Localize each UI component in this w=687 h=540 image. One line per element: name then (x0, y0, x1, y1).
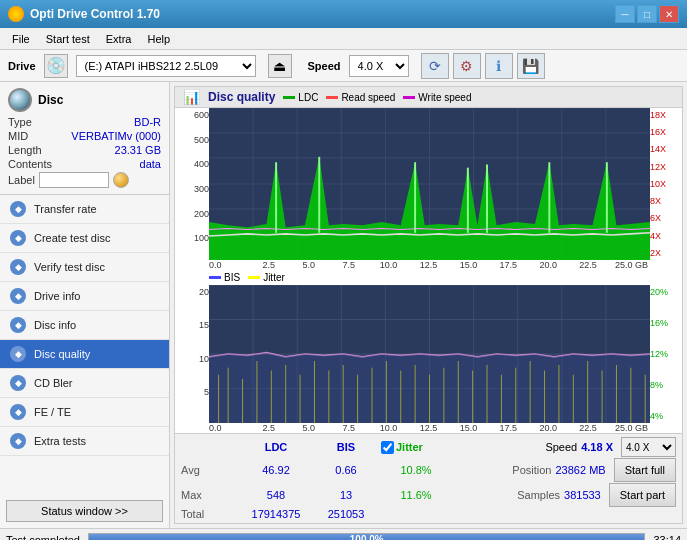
verify-test-disc-icon: ◆ (10, 259, 26, 275)
fe-te-icon: ◆ (10, 404, 26, 420)
nav-verify-test-disc[interactable]: ◆ Verify test disc (0, 253, 169, 282)
nav-extra-tests[interactable]: ◆ Extra tests (0, 427, 169, 456)
drive-bar: Drive 💿 (E:) ATAPI iHBS212 2.5L09 ⏏ Spee… (0, 50, 687, 82)
write-speed-legend-color (403, 96, 415, 99)
drive-eject-icon[interactable]: ⏏ (268, 54, 292, 78)
disc-label-label: Label (8, 174, 35, 186)
position-label: Position (512, 464, 551, 476)
disc-section-label: Disc (38, 93, 63, 107)
right-panel: 📊 Disc quality LDC Read speed Write spee… (170, 82, 687, 528)
status-bar: Test completed 100.0% 33:14 (0, 528, 687, 540)
app-icon (8, 6, 24, 22)
drive-info-icon: ◆ (10, 288, 26, 304)
progress-text: 100.0% (89, 534, 644, 541)
disc-type-label: Type (8, 116, 32, 128)
nav-fe-te[interactable]: ◆ FE / TE (0, 398, 169, 427)
settings-icon[interactable]: ⚙ (453, 53, 481, 79)
menu-file[interactable]: File (4, 31, 38, 47)
col-bis-header: BIS (311, 441, 381, 453)
jitter-checkbox-row: Jitter (381, 441, 423, 454)
bottom-chart-area: 20 15 10 5 (177, 285, 680, 423)
drive-disc-icon: 💿 (44, 54, 68, 78)
ldc-legend-color (283, 96, 295, 99)
disc-length-value: 23.31 GB (115, 144, 161, 156)
y-axis-right-top: 18X 16X 14X 12X 10X 8X 6X 4X 2X (650, 108, 680, 260)
avg-bis: 0.66 (311, 464, 381, 476)
disc-info-panel: Disc Type BD-R MID VERBATIMv (000) Lengt… (0, 82, 169, 195)
minimize-button[interactable]: ─ (615, 5, 635, 23)
label-icon[interactable] (113, 172, 129, 188)
nav-disc-quality[interactable]: ◆ Disc quality (0, 340, 169, 369)
start-full-button[interactable]: Start full (614, 458, 676, 482)
window-controls: ─ □ ✕ (615, 5, 679, 23)
disc-icon (8, 88, 32, 112)
jitter-label: Jitter (396, 441, 423, 453)
main-content: Disc Type BD-R MID VERBATIMv (000) Lengt… (0, 82, 687, 528)
info-icon[interactable]: ℹ (485, 53, 513, 79)
bottom-chart-legend: BIS Jitter (177, 270, 680, 285)
nav-drive-info[interactable]: ◆ Drive info (0, 282, 169, 311)
bottom-chart-svg-wrapper (209, 285, 650, 423)
speed-label: Speed (308, 60, 341, 72)
disc-mid-label: MID (8, 130, 28, 142)
drive-select[interactable]: (E:) ATAPI iHBS212 2.5L09 (76, 55, 256, 77)
ldc-legend-label: LDC (298, 92, 318, 103)
col-ldc-header: LDC (241, 441, 311, 453)
refresh-icon[interactable]: ⟳ (421, 53, 449, 79)
speed-select[interactable]: 4.0 X (349, 55, 409, 77)
total-label: Total (181, 508, 241, 520)
drive-label: Drive (8, 60, 36, 72)
charts-area: 600 500 400 300 200 100 (175, 108, 682, 433)
y-axis-left-top: 600 500 400 300 200 100 (177, 108, 209, 260)
transfer-rate-icon: ◆ (10, 201, 26, 217)
speed-stats-select[interactable]: 4.0 X (621, 437, 676, 457)
read-speed-legend-label: Read speed (341, 92, 395, 103)
start-part-button[interactable]: Start part (609, 483, 676, 507)
samples-label: Samples (517, 489, 560, 501)
elapsed-time: 33:14 (653, 534, 681, 541)
y-axis-left-bottom: 20 15 10 5 (177, 285, 209, 423)
disc-type-value: BD-R (134, 116, 161, 128)
status-window-button[interactable]: Status window >> (6, 500, 163, 522)
stats-header-row: LDC BIS Jitter Speed 4.18 X 4.0 X (181, 437, 676, 457)
title-bar: Opti Drive Control 1.70 ─ □ ✕ (0, 0, 687, 28)
disc-info-icon: ◆ (10, 317, 26, 333)
total-ldc: 17914375 (241, 508, 311, 520)
nav-disc-info[interactable]: ◆ Disc info (0, 311, 169, 340)
top-chart-svg (209, 108, 650, 260)
max-ldc: 548 (241, 489, 311, 501)
menu-bar: File Start test Extra Help (0, 28, 687, 50)
speed-display-value: 4.18 X (581, 441, 613, 453)
disc-contents-value: data (140, 158, 161, 170)
x-axis-labels-top: 0.0 2.5 5.0 7.5 10.0 12.5 15.0 17.5 20.0… (177, 260, 680, 270)
menu-extra[interactable]: Extra (98, 31, 140, 47)
jitter-checkbox[interactable] (381, 441, 394, 454)
stats-area: LDC BIS Jitter Speed 4.18 X 4.0 X Avg (175, 433, 682, 523)
nav-transfer-rate[interactable]: ◆ Transfer rate (0, 195, 169, 224)
save-icon[interactable]: 💾 (517, 53, 545, 79)
samples-value: 381533 (564, 489, 601, 501)
chart-title: Disc quality (208, 90, 275, 104)
avg-ldc: 46.92 (241, 464, 311, 476)
app-title: Opti Drive Control 1.70 (30, 7, 160, 21)
menu-start-test[interactable]: Start test (38, 31, 98, 47)
max-row: Max 548 13 11.6% Samples 381533 Start pa… (181, 483, 676, 507)
close-button[interactable]: ✕ (659, 5, 679, 23)
nav-cd-bler[interactable]: ◆ CD Bler (0, 369, 169, 398)
write-speed-legend-label: Write speed (418, 92, 471, 103)
max-label: Max (181, 489, 241, 501)
menu-help[interactable]: Help (139, 31, 178, 47)
maximize-button[interactable]: □ (637, 5, 657, 23)
nav-create-test-disc[interactable]: ◆ Create test disc (0, 224, 169, 253)
total-bis: 251053 (311, 508, 381, 520)
read-speed-legend-color (326, 96, 338, 99)
top-chart-area: 600 500 400 300 200 100 (177, 108, 680, 260)
jitter-legend-color (248, 276, 260, 279)
avg-jitter: 10.8% (381, 464, 451, 476)
nav-items: ◆ Transfer rate ◆ Create test disc ◆ Ver… (0, 195, 169, 494)
jitter-legend-label: Jitter (263, 272, 285, 283)
avg-row: Avg 46.92 0.66 10.8% Position 23862 MB S… (181, 458, 676, 482)
status-text: Test completed (6, 534, 80, 541)
disc-label-input[interactable] (39, 172, 109, 188)
disc-mid-value: VERBATIMv (000) (71, 130, 161, 142)
